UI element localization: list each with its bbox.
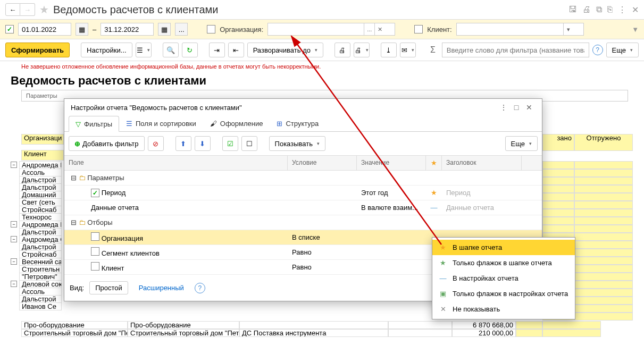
client-dropdown-button[interactable]: ▾ bbox=[563, 23, 574, 35]
table-row[interactable]: Дальстрой bbox=[11, 228, 64, 235]
org-lookup-button[interactable]: ... bbox=[364, 23, 374, 35]
print-button[interactable]: 🖨 bbox=[334, 43, 350, 57]
more-button[interactable]: Еще▾ bbox=[606, 43, 639, 57]
modal-help-button[interactable]: ? bbox=[195, 283, 205, 293]
table-row[interactable]: −Андромеда П bbox=[11, 221, 64, 228]
tab-fields[interactable]: ☰Поля и сортировки bbox=[119, 116, 203, 131]
more-menu-icon[interactable]: ⋮ bbox=[618, 5, 626, 15]
client-checkbox[interactable] bbox=[414, 25, 423, 33]
settings-options-button[interactable]: ☰▾ bbox=[136, 43, 152, 57]
add-filter-button[interactable]: ⊕Добавить фильтр bbox=[69, 136, 145, 151]
table-row[interactable]: Стройснаб bbox=[11, 250, 64, 258]
popup-item[interactable]: ★Только флажок в шапке отчета bbox=[432, 255, 575, 271]
org-clear-button[interactable]: ✕ bbox=[374, 23, 385, 35]
table-row[interactable]: Иванов Се bbox=[11, 302, 64, 310]
move-up-button[interactable]: ⬆ bbox=[175, 136, 191, 151]
popup-item[interactable]: —В настройках отчета bbox=[432, 271, 575, 286]
nav-forward-button[interactable]: → bbox=[20, 3, 35, 16]
popup-item[interactable]: ▣Только флажок в настройках отчета bbox=[432, 286, 575, 301]
modal-close-icon[interactable]: ✕ bbox=[523, 103, 536, 112]
view-extended-button[interactable]: Расширенный bbox=[133, 282, 189, 294]
print-icon[interactable]: 🖨 bbox=[582, 5, 591, 15]
seg-row-checkbox[interactable] bbox=[91, 247, 99, 256]
tab-structure[interactable]: ⊞Структура bbox=[270, 116, 325, 131]
save-icon[interactable]: 🖫 bbox=[568, 5, 577, 15]
period-checkbox[interactable] bbox=[5, 25, 14, 33]
group-params[interactable]: ⊟ 🗀 Параметры bbox=[64, 171, 542, 186]
help-button[interactable]: ? bbox=[592, 45, 603, 55]
move-down-button[interactable]: ⬇ bbox=[195, 136, 211, 151]
view-simple-button[interactable]: Простой bbox=[89, 281, 128, 294]
expand-button[interactable]: ⇤ bbox=[228, 43, 244, 57]
collapse-button[interactable]: ⇥ bbox=[209, 43, 225, 57]
table-row[interactable]: Свет (сеть bbox=[11, 198, 64, 206]
table-row[interactable]: Дальстрой bbox=[11, 183, 64, 191]
table-row[interactable]: −Андромеда С bbox=[11, 235, 64, 243]
table-row[interactable]: −Андромеда П bbox=[11, 161, 64, 168]
tab-filters[interactable]: ▽Фильтры bbox=[69, 116, 119, 132]
org-combo[interactable]: ... ✕ bbox=[267, 23, 395, 36]
check-all-button[interactable]: ☑ bbox=[222, 136, 238, 151]
preview-icon[interactable]: ⧉ bbox=[596, 5, 602, 15]
table-row[interactable]: Строительный торговый дом "Петрович"Стро… bbox=[21, 329, 633, 337]
date-picker-button[interactable]: ... bbox=[175, 23, 188, 36]
client-row-checkbox[interactable] bbox=[91, 262, 99, 271]
filter-search-input[interactable] bbox=[442, 43, 589, 57]
email-button[interactable]: ✉▾ bbox=[400, 43, 416, 57]
uncheck-all-button[interactable]: ☐ bbox=[241, 136, 257, 151]
table-row[interactable]: Дальстрой bbox=[11, 295, 64, 302]
calendar-to-icon[interactable]: ▦ bbox=[158, 23, 171, 36]
table-row[interactable]: Строительн bbox=[11, 265, 64, 273]
row-period[interactable]: Период Этот год ★ Период bbox=[64, 186, 542, 200]
org-row-checkbox[interactable] bbox=[91, 232, 99, 241]
star-icon[interactable]: ★ bbox=[431, 189, 437, 197]
table-row[interactable]: Ассоль bbox=[11, 288, 64, 295]
sigma-icon[interactable]: Σ bbox=[430, 45, 436, 55]
table-row[interactable]: Технорос bbox=[11, 213, 64, 221]
refresh-button[interactable]: ↻ bbox=[182, 43, 198, 57]
favorite-star-icon[interactable]: ★ bbox=[39, 3, 49, 16]
nav-back-button[interactable]: ← bbox=[5, 3, 20, 16]
form-button[interactable]: Сформировать bbox=[5, 43, 70, 57]
date-to-input[interactable] bbox=[101, 23, 154, 36]
popup-item[interactable]: ✕Не показывать bbox=[432, 301, 575, 317]
delete-button[interactable]: ⊘ bbox=[148, 136, 164, 151]
period-row-checkbox[interactable] bbox=[91, 189, 99, 197]
expand-to-button[interactable]: Разворачивать до▾ bbox=[247, 43, 323, 57]
table-row[interactable]: Домашний bbox=[11, 191, 64, 198]
calendar-from-icon[interactable]: ▦ bbox=[76, 23, 88, 36]
client-combo[interactable]: ▾ bbox=[456, 23, 584, 36]
tab-design[interactable]: 🖌Оформление bbox=[203, 116, 270, 131]
table-row[interactable]: Дальстрой bbox=[11, 176, 64, 183]
show-button[interactable]: Показывать▾ bbox=[269, 136, 325, 151]
date-from-input[interactable] bbox=[18, 23, 71, 36]
dash-icon[interactable]: — bbox=[431, 204, 438, 212]
settings-button[interactable]: Настройки... bbox=[81, 43, 132, 57]
modal-maximize-icon[interactable]: □ bbox=[510, 103, 523, 112]
table-row[interactable]: −Деловой сою bbox=[11, 280, 64, 288]
link-icon[interactable]: ⎘ bbox=[607, 5, 613, 15]
group-filters[interactable]: ⊟ 🗀 Отборы bbox=[64, 215, 542, 230]
table-row[interactable]: Про-оборудованиеПро-оборудование6 870 66… bbox=[21, 321, 633, 329]
org-checkbox[interactable] bbox=[207, 25, 215, 33]
folder-icon: 🗀 bbox=[79, 218, 86, 226]
table-row[interactable]: −Весенний сад bbox=[11, 258, 64, 265]
table-row[interactable]: Стройснаб bbox=[11, 206, 64, 213]
grid-hdr-star: ★ bbox=[426, 156, 442, 170]
client-input[interactable] bbox=[457, 23, 563, 35]
grid-hdr-cond: Условие bbox=[288, 156, 357, 170]
print-options-button[interactable]: 🖨▾ bbox=[354, 43, 370, 57]
popup-item[interactable]: ★В шапке отчета bbox=[432, 240, 575, 255]
modal-more-button[interactable]: Еще▾ bbox=[505, 136, 538, 151]
close-icon[interactable]: ✕ bbox=[632, 5, 639, 15]
download-button[interactable]: ⤓ bbox=[381, 43, 397, 57]
table-row[interactable]: Ассоль bbox=[11, 168, 64, 176]
view-label: Вид: bbox=[70, 284, 84, 292]
org-input[interactable] bbox=[268, 23, 364, 35]
search-button[interactable]: 🔍 bbox=[163, 43, 179, 57]
row-data[interactable]: Данные отчета В валюте взаим... — Данные… bbox=[64, 200, 542, 215]
modal-menu-icon[interactable]: ⋮ bbox=[497, 103, 510, 112]
filter-funnel-icon[interactable]: ▼ bbox=[632, 26, 639, 33]
table-row[interactable]: Дальстрой bbox=[11, 243, 64, 250]
table-row[interactable]: "Петрович" bbox=[11, 273, 64, 280]
